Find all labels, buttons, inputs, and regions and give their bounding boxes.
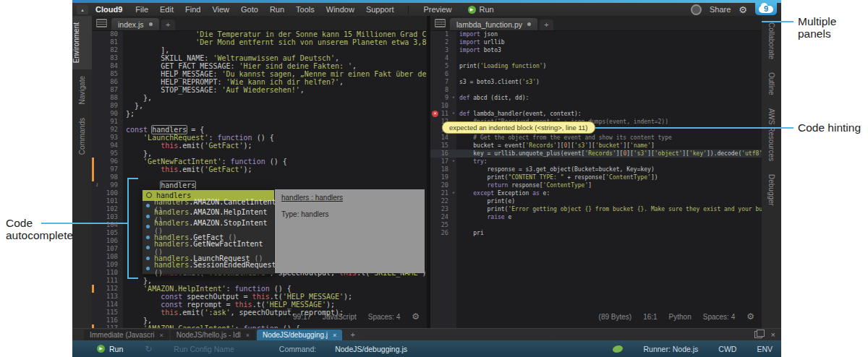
left-tool-strip: EnvironmentNavigateCommands: [72, 16, 92, 328]
tab-list-icon[interactable]: [96, 19, 107, 27]
close-panel-icon[interactable]: ×: [771, 331, 775, 338]
code-line-88: 88 },: [92, 94, 427, 102]
console-tab-bar: Immediate (Javascri×NodeJS/hello.js - Id…: [72, 328, 781, 340]
modified-dot-icon: [527, 22, 531, 26]
editor-settings-gear-icon[interactable]: ⚙: [412, 312, 420, 322]
language-mode[interactable]: Python: [669, 313, 692, 321]
autocomplete-item-handlers.amazon.stopintent[interactable]: handlers.AMAZON.StopIntent (): [142, 222, 274, 233]
annotation-code-hinting: Code hinting: [798, 121, 861, 134]
menu-find[interactable]: Find: [179, 5, 206, 14]
menu-tools[interactable]: Tools: [290, 5, 320, 14]
code-line-19: 19 print("CONTENT TYPE: " + response['Co…: [430, 173, 762, 181]
close-tab-icon[interactable]: ×: [159, 332, 163, 339]
autocomplete-doc-body: Type: handlers: [281, 210, 418, 218]
gutter-change-marker: [92, 158, 94, 181]
panel-tab-environment[interactable]: Environment: [72, 16, 93, 69]
command-value[interactable]: NodeJS/debugging.js: [335, 345, 407, 353]
new-tab-button[interactable]: +: [161, 20, 175, 30]
brand-menu[interactable]: Cloud9: [95, 5, 122, 14]
panel-tab-navigate[interactable]: Navigate: [77, 69, 88, 111]
play-icon: ▶: [97, 345, 105, 353]
panel-tab-commands[interactable]: Commands: [77, 111, 88, 161]
autocomplete-item-handlers.getnewfactintent[interactable]: handlers.GetNewFactIntent (): [142, 243, 274, 254]
code-line-10: 10: [430, 102, 762, 110]
code-line-92: 92const handlers = {: [92, 126, 427, 134]
menu-support[interactable]: Support: [360, 5, 400, 14]
preview-button[interactable]: Preview: [417, 5, 457, 14]
fold-caret-icon[interactable]: ▾: [452, 158, 455, 165]
completion-bullet-icon: [146, 246, 150, 249]
right-editor-pane: lambda_function.py + 1import json2import…: [430, 16, 762, 328]
menu-goto[interactable]: Goto: [235, 5, 264, 14]
tab-index-js[interactable]: index.js: [111, 18, 159, 30]
screenshot-canvas: ▴ Cloud9 FileEditFindViewGotoRunToolsWin…: [0, 0, 868, 357]
refresh-icon[interactable]: ↻: [145, 344, 152, 354]
panel-tab-outline[interactable]: Outline: [766, 66, 777, 102]
menu-edit[interactable]: Edit: [154, 5, 179, 14]
menu-window[interactable]: Window: [320, 5, 360, 14]
autocomplete-popup: handlershandlers.AMAZON.CancelIntent ()h…: [142, 189, 425, 275]
info-icon[interactable]: i: [93, 182, 100, 189]
code-line-91: 91: [92, 118, 427, 126]
cloud9-logo: 9: [755, 3, 777, 15]
settings-gear-icon[interactable]: ⚙: [739, 5, 747, 14]
fold-caret-icon[interactable]: ▾: [452, 111, 455, 117]
right-tool-strip: CollaborateOutlineAWS ResourcesDebugger: [762, 16, 781, 328]
python-code-editor[interactable]: 1import json2import urllib3import boto34…: [430, 30, 762, 328]
indent-setting[interactable]: Spaces: 4: [368, 313, 400, 321]
code-line-95: 95 },: [92, 150, 427, 158]
cursor-position[interactable]: 99:17: [293, 313, 311, 321]
autocomplete-item-handlers.sessionendedrequest[interactable]: handlers.SessionEndedRequest (): [142, 264, 274, 275]
panel-tab-aws-resources[interactable]: AWS Resources: [766, 102, 777, 168]
cursor-position[interactable]: 16:1: [643, 313, 657, 321]
presence-icon[interactable]: [691, 4, 702, 15]
tab-lambda-function-py[interactable]: lambda_function.py: [450, 18, 537, 30]
fold-caret-icon[interactable]: ▾: [452, 190, 455, 197]
left-status-bar: 99:17 JavaScript Spaces: 4 ⚙: [293, 312, 420, 322]
language-mode[interactable]: JavaScript: [323, 313, 357, 321]
env-button[interactable]: ENV: [757, 345, 773, 353]
tab-list-icon[interactable]: [435, 19, 446, 27]
run-config-name-field[interactable]: Run Config Name: [174, 345, 234, 353]
completion-bullet-icon: [146, 257, 150, 260]
console-tab-immediate-javascri[interactable]: Immediate (Javascri×: [84, 330, 169, 340]
runner-selector[interactable]: Runner: Node.js: [643, 345, 698, 353]
close-tab-icon[interactable]: ×: [333, 332, 336, 339]
fold-caret-icon[interactable]: ▾: [452, 95, 455, 101]
new-console-tab-button[interactable]: +: [346, 330, 359, 340]
menu-run[interactable]: Run: [264, 5, 290, 14]
panel-tab-debugger[interactable]: Debugger: [766, 168, 777, 212]
new-tab-button[interactable]: +: [540, 20, 553, 30]
code-line-14: 14 # Get the object from the event and s…: [430, 134, 762, 142]
gutter-change-marker: [92, 285, 94, 293]
console-run-button[interactable]: ▶ Run: [97, 345, 123, 353]
editor-settings-gear-icon[interactable]: ⚙: [746, 312, 754, 322]
console-tab-nodejs-debugging-j[interactable]: NodeJS/debugging.j×: [257, 330, 342, 340]
code-line-3: 3import boto3: [430, 46, 762, 54]
restore-panel-icon[interactable]: [754, 331, 762, 338]
code-line-97: 97 this.emit('GetFact');: [92, 165, 427, 173]
file-size: (89 Bytes): [599, 313, 632, 321]
panel-tab-collaborate[interactable]: Collaborate: [766, 16, 777, 66]
code-line-20: 20 return response['ContentType']: [430, 181, 762, 189]
cwd-button[interactable]: CWD: [718, 345, 736, 353]
code-line-8: 8: [430, 86, 762, 94]
javascript-code-editor[interactable]: 80 'Die Temperatur in der Sonne kann 15 …: [92, 30, 427, 328]
code-line-114: 114 const reprompt = this.t('HELP_MESSAG…: [92, 301, 427, 309]
close-tab-icon[interactable]: ×: [246, 332, 250, 339]
error-icon[interactable]: ×: [432, 111, 438, 117]
code-line-2: 2import urllib: [430, 38, 762, 46]
code-line-17: 17▾ try:: [430, 158, 762, 165]
modified-dot-icon: [149, 22, 153, 26]
code-line-11: 11▾def lambda_handler(event, context):: [430, 110, 762, 118]
console-controls: ×: [754, 331, 775, 338]
share-button[interactable]: Share: [710, 5, 731, 14]
console-tab-nodejs-hello-js-idl[interactable]: NodeJS/hello.js - Idl×: [171, 330, 255, 340]
code-line-111: 111 },: [92, 277, 427, 285]
menu-view[interactable]: View: [206, 5, 235, 14]
menu-items: FileEditFindViewGotoRunToolsWindowSuppor…: [129, 5, 399, 14]
run-button[interactable]: ▶ Run: [468, 5, 494, 14]
indent-setting[interactable]: Spaces: 4: [703, 313, 735, 321]
menu-file[interactable]: File: [129, 5, 154, 14]
collapse-menubar-button[interactable]: ▴: [77, 5, 88, 14]
